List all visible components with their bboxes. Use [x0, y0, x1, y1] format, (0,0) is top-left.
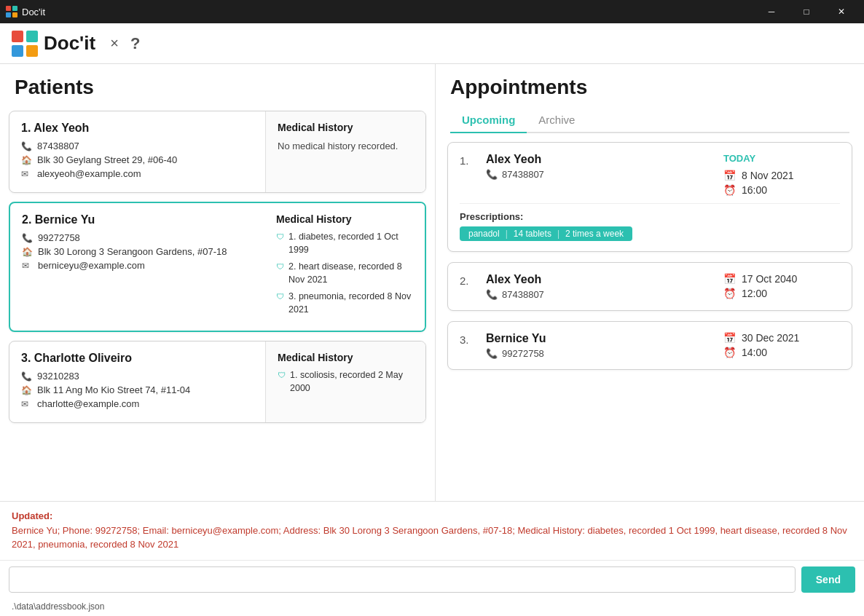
prescriptions-label: Prescriptions: — [460, 211, 840, 222]
today-badge: TODAY — [723, 153, 840, 164]
calendar-icon: 📅 — [723, 332, 736, 344]
phone-icon: 📞 — [21, 371, 31, 382]
medical-item: 🛡 2. heart disease, recorded 8 Nov 2021 — [276, 261, 413, 286]
email-icon: ✉ — [21, 169, 31, 179]
patient-medical: Medical History 🛡 1. scoliosis, recorded… — [265, 341, 425, 422]
patient-detail-email: ✉ berniceyu@example.com — [22, 260, 253, 271]
phone-icon: 📞 — [486, 289, 498, 300]
appt-time-row: ⏰ 16:00 — [723, 184, 840, 196]
patient-detail-email: ✉ alexyeoh@example.com — [21, 168, 254, 179]
maximize-button[interactable]: □ — [790, 0, 823, 23]
patient-medical-expanded: Medical History 🛡 1. diabetes, recorded … — [264, 203, 425, 331]
patient-medical: Medical History No medical history recor… — [265, 111, 425, 192]
patient-card[interactable]: 2. Bernice Yu 📞 99272758 🏠 Blk 30 Lorong… — [9, 202, 426, 332]
title-bar-left: Doc'it — [6, 6, 45, 17]
patient-name: 3. Charlotte Oliveiro — [21, 352, 254, 365]
patient-name: 1. Alex Yeoh — [21, 122, 254, 135]
patients-panel: Patients 1. Alex Yeoh 📞 87438807 — [0, 64, 436, 501]
appt-date-row: 📅 8 Nov 2021 — [723, 170, 840, 181]
patient-name: 2. Bernice Yu — [22, 213, 253, 226]
svg-rect-4 — [12, 31, 23, 42]
nav-close-icon[interactable]: × — [110, 35, 119, 52]
svg-rect-6 — [12, 45, 23, 57]
bottom-section: Updated: Bernice Yu; Phone: 99272758; Em… — [0, 501, 864, 616]
patient-detail-phone: 📞 93210283 — [21, 371, 254, 382]
appt-number: 3. — [460, 332, 477, 346]
appt-patient: Alex Yeoh 📞 87438807 — [486, 153, 715, 180]
appointment-card[interactable]: 2. Alex Yeoh 📞 87438807 📅 17 Oct 204 — [447, 262, 852, 311]
file-path: .\data\addressbook.json — [0, 599, 864, 616]
tab-upcoming[interactable]: Upcoming — [450, 108, 527, 133]
appt-patient-name: Alex Yeoh — [486, 153, 715, 166]
appt-date-row: 📅 17 Oct 2040 — [723, 273, 840, 285]
appt-patient-name: Alex Yeoh — [486, 273, 715, 286]
clock-icon: ⏰ — [723, 288, 736, 299]
main-content: Patients 1. Alex Yeoh 📞 87438807 — [0, 64, 864, 501]
medical-title: Medical History — [278, 122, 414, 133]
phone-icon: 📞 — [21, 141, 31, 151]
logo-icon — [12, 31, 38, 57]
input-row: Send — [0, 560, 864, 599]
tab-archive[interactable]: Archive — [527, 108, 586, 133]
patient-detail-email: ✉ charlotte@example.com — [21, 398, 254, 409]
medical-item: 🛡 1. scoliosis, recorded 2 May 2000 — [278, 369, 414, 395]
svg-rect-2 — [6, 12, 11, 17]
calendar-icon: 📅 — [723, 170, 736, 181]
medical-item: 🛡 1. diabetes, recorded 1 Oct 1999 — [276, 231, 413, 256]
patients-title: Patients — [0, 64, 435, 105]
patient-card[interactable]: 3. Charlotte Oliveiro 📞 93210283 🏠 Blk 1… — [9, 341, 426, 423]
prescription-tag: panadol | 14 tablets | 2 times a week — [460, 226, 632, 241]
email-icon: ✉ — [21, 399, 31, 409]
appt-datetime: 📅 30 Dec 2021 ⏰ 14:00 — [723, 332, 840, 358]
appointment-main: 2. Alex Yeoh 📞 87438807 📅 17 Oct 204 — [460, 273, 840, 300]
calendar-icon: 📅 — [723, 273, 736, 285]
close-button[interactable]: ✕ — [825, 0, 858, 23]
appt-datetime: TODAY 📅 8 Nov 2021 ⏰ 16:00 — [723, 153, 840, 196]
clock-icon: ⏰ — [723, 184, 736, 196]
patient-info: 3. Charlotte Oliveiro 📞 93210283 🏠 Blk 1… — [9, 341, 265, 422]
patient-detail-address: 🏠 Blk 11 Ang Mo Kio Street 74, #11-04 — [21, 384, 254, 395]
address-icon: 🏠 — [21, 155, 31, 165]
app-logo: Doc'it — [12, 31, 95, 57]
appointment-card[interactable]: 3. Bernice Yu 📞 99272758 📅 30 Dec 20 — [447, 321, 852, 370]
appt-time-row: ⏰ 14:00 — [723, 347, 840, 358]
appt-phone: 📞 87438807 — [486, 289, 715, 300]
title-bar-controls: ─ □ ✕ — [755, 0, 858, 23]
prescriptions-section: Prescriptions: panadol | 14 tablets | 2 … — [460, 203, 840, 241]
appt-datetime: 📅 17 Oct 2040 ⏰ 12:00 — [723, 273, 840, 299]
medical-title: Medical History — [276, 213, 413, 225]
appointment-main: 3. Bernice Yu 📞 99272758 📅 30 Dec 20 — [460, 332, 840, 359]
svg-rect-1 — [12, 6, 17, 11]
appt-patient-name: Bernice Yu — [486, 332, 715, 345]
command-input[interactable] — [9, 566, 796, 593]
appt-phone: 📞 99272758 — [486, 348, 715, 359]
patient-detail-phone: 📞 99272758 — [22, 232, 253, 243]
app-icon — [6, 6, 17, 17]
shield-icon: 🛡 — [276, 261, 284, 272]
app-container: Doc'it × ? Patients 1. Alex Yeoh 📞 — [0, 23, 864, 616]
send-button[interactable]: Send — [801, 566, 855, 593]
log-updated-label: Updated: — [12, 510, 52, 521]
minimize-button[interactable]: ─ — [755, 0, 788, 23]
tabs: Upcoming Archive — [450, 108, 849, 133]
phone-icon: 📞 — [486, 348, 498, 359]
patient-card[interactable]: 1. Alex Yeoh 📞 87438807 🏠 Blk 30 Geylang… — [9, 111, 426, 193]
clock-icon: ⏰ — [723, 347, 736, 358]
nav-bar: Doc'it × ? — [0, 23, 864, 64]
appt-phone: 📞 87438807 — [486, 169, 715, 180]
medical-text: No medical history recorded. — [278, 139, 414, 154]
shield-icon: 🛡 — [276, 232, 284, 242]
medical-title: Medical History — [278, 352, 414, 363]
patient-detail-address: 🏠 Blk 30 Lorong 3 Serangoon Gardens, #07… — [22, 246, 253, 257]
appointment-card[interactable]: 1. Alex Yeoh 📞 87438807 TODAY 📅 — [447, 142, 852, 252]
medical-item: 🛡 3. pneumonia, recorded 8 Nov 2021 — [276, 291, 413, 316]
shield-icon: 🛡 — [278, 370, 286, 381]
patient-detail-phone: 📞 87438807 — [21, 141, 254, 151]
shield-icon: 🛡 — [276, 291, 284, 302]
patients-list: 1. Alex Yeoh 📞 87438807 🏠 Blk 30 Geylang… — [0, 105, 435, 501]
title-bar: Doc'it ─ □ ✕ — [0, 0, 864, 23]
svg-rect-0 — [6, 6, 11, 11]
address-icon: 🏠 — [21, 385, 31, 395]
nav-help-icon[interactable]: ? — [130, 34, 140, 53]
svg-rect-7 — [26, 45, 38, 57]
